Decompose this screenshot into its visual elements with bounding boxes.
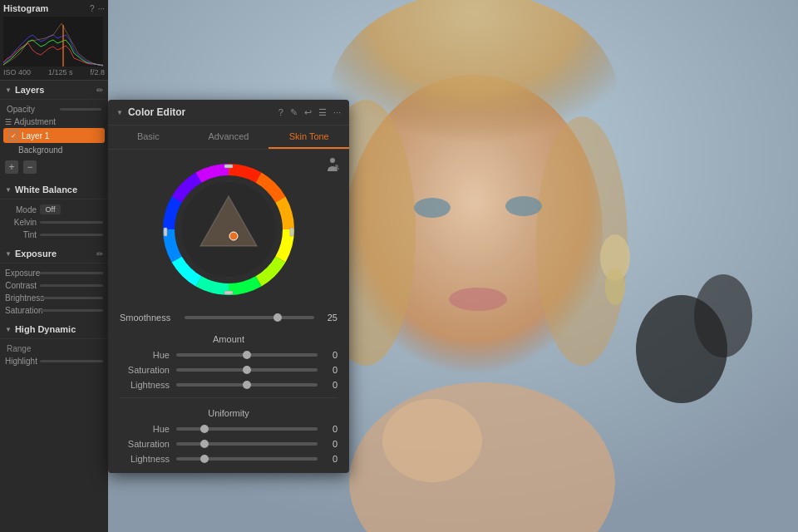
amount-hue-label: Hue — [120, 350, 170, 360]
exposure-slider[interactable] — [40, 272, 103, 274]
wb-kelvin-row: Kelvin — [0, 216, 108, 229]
highlight-row: Highlight — [0, 355, 108, 367]
wb-mode-value[interactable]: Off — [40, 204, 61, 214]
amount-sat-value: 0 — [324, 365, 337, 375]
uni-hue-thumb — [200, 425, 209, 433]
svg-rect-26 — [224, 291, 233, 294]
add-layer-button[interactable]: + — [5, 160, 18, 174]
amount-light-slider[interactable] — [176, 383, 318, 387]
svg-point-7 — [505, 196, 542, 216]
brightness-label: Brightness — [5, 293, 37, 303]
svg-point-10 — [694, 274, 752, 357]
svg-rect-25 — [290, 228, 293, 236]
highlight-slider[interactable] — [40, 360, 103, 362]
svg-point-8 — [449, 288, 507, 311]
wb-kelvin-slider[interactable] — [40, 221, 103, 224]
ce-more-icon[interactable]: ··· — [333, 107, 341, 118]
ce-divider — [120, 397, 337, 398]
wb-kelvin-label: Kelvin — [5, 218, 37, 227]
adjustment-button[interactable]: ☰ Adjustment — [0, 116, 108, 128]
tab-advanced[interactable]: Advanced — [189, 126, 269, 149]
amount-sat-slider[interactable] — [176, 368, 318, 372]
svg-point-6 — [414, 198, 451, 218]
exposure-content: Exposure Contrast Brightness Saturation — [0, 264, 108, 320]
skin-person-icon[interactable] — [324, 156, 341, 175]
histogram-help-icon[interactable]: ? — [90, 4, 95, 13]
ce-title: Color Editor — [128, 106, 273, 118]
contrast-slider[interactable] — [40, 284, 103, 287]
tab-skin-tone[interactable]: Skin Tone — [268, 126, 349, 149]
remove-layer-button[interactable]: − — [23, 160, 37, 174]
svg-rect-27 — [164, 228, 167, 236]
opacity-label: Opacity — [7, 105, 35, 114]
ce-wheel-area — [108, 150, 349, 309]
uni-light-slider[interactable] — [176, 457, 318, 461]
wb-tint-row: Tint — [0, 229, 108, 241]
layer-controls: + − — [0, 157, 108, 177]
uni-hue-row: Hue 0 — [108, 421, 349, 436]
amount-sat-thumb — [243, 366, 251, 374]
uni-sat-thumb — [200, 440, 209, 448]
amount-hue-thumb — [243, 351, 251, 359]
layers-header[interactable]: ▼ Layers ✏ — [0, 81, 108, 100]
brightness-slider[interactable] — [40, 297, 103, 299]
layers-section: ▼ Layers ✏ Opacity ☰ Adjustment ✓ Layer … — [0, 81, 108, 180]
color-wheel[interactable] — [162, 163, 295, 296]
smoothness-label: Smoothness — [120, 313, 178, 323]
color-wheel-svg — [162, 163, 295, 296]
exposure-edit-icon[interactable]: ✏ — [96, 249, 103, 259]
layer1-checkbox[interactable]: ✓ — [8, 131, 18, 140]
smoothness-row: Smoothness 25 — [108, 309, 349, 329]
wb-tint-slider[interactable] — [40, 234, 103, 236]
opacity-row: Opacity — [0, 103, 108, 116]
ce-edit-icon[interactable]: ✎ — [290, 107, 298, 118]
white-balance-header[interactable]: ▼ White Balance — [0, 180, 108, 200]
smoothness-slider[interactable] — [185, 316, 314, 319]
uni-sat-value: 0 — [324, 439, 337, 449]
histogram-shutter: 1/125 s — [48, 68, 73, 76]
ce-chevron-icon[interactable]: ▼ — [116, 109, 123, 116]
hdr-title: High Dynamic — [15, 324, 103, 334]
svg-point-13 — [382, 399, 482, 482]
ce-help-icon[interactable]: ? — [278, 107, 283, 118]
left-panel: Histogram ? ··· ISO 400 1/125 s f/2.8 — [0, 0, 108, 532]
saturation-row: Saturation — [0, 304, 108, 317]
tab-basic[interactable]: Basic — [108, 126, 189, 149]
svg-rect-24 — [224, 165, 233, 168]
ce-reset-icon[interactable]: ↩ — [304, 107, 312, 118]
exposure-title: Exposure — [15, 249, 96, 259]
color-editor-panel: ▼ Color Editor ? ✎ ↩ ☰ ··· Basic Advance… — [108, 100, 349, 473]
hdr-range-text: Range — [0, 342, 108, 355]
ce-list-icon[interactable]: ☰ — [318, 107, 327, 118]
background-layer[interactable]: Background — [0, 143, 108, 157]
wb-mode-row: Mode Off — [0, 203, 108, 216]
svg-point-12 — [605, 268, 625, 305]
amount-light-value: 0 — [324, 380, 337, 390]
amount-title: Amount — [108, 329, 349, 347]
opacity-slider[interactable] — [60, 108, 101, 111]
hdr-header[interactable]: ▼ High Dynamic — [0, 320, 108, 339]
uni-sat-label: Saturation — [120, 439, 170, 449]
contrast-row: Contrast — [0, 279, 108, 292]
ce-header: ▼ Color Editor ? ✎ ↩ ☰ ··· — [108, 100, 349, 126]
amount-hue-slider[interactable] — [176, 353, 318, 357]
exposure-chevron-icon: ▼ — [5, 250, 12, 258]
histogram-aperture: f/2.8 — [90, 68, 105, 76]
layers-edit-icon[interactable]: ✏ — [96, 86, 103, 95]
amount-light-row: Lightness 0 — [108, 377, 349, 392]
smoothness-value: 25 — [321, 313, 337, 323]
saturation-slider[interactable] — [40, 309, 103, 312]
uni-sat-slider[interactable] — [176, 442, 318, 446]
highlight-label: Highlight — [5, 357, 37, 366]
saturation-label: Saturation — [5, 306, 37, 315]
hdr-section: ▼ High Dynamic Range Highlight — [0, 320, 108, 371]
layer1-item[interactable]: ✓ Layer 1 — [3, 128, 105, 143]
wb-mode-label: Mode — [5, 205, 37, 214]
brightness-row: Brightness — [0, 292, 108, 304]
uni-hue-slider[interactable] — [176, 427, 318, 431]
white-balance-section: ▼ White Balance Mode Off Kelvin Tint — [0, 180, 108, 244]
exposure-header[interactable]: ▼ Exposure ✏ — [0, 244, 108, 264]
amount-light-thumb — [243, 381, 251, 389]
histogram-menu-icon[interactable]: ··· — [98, 4, 105, 13]
layers-content: Opacity ☰ Adjustment ✓ Layer 1 Backgroun… — [0, 100, 108, 180]
